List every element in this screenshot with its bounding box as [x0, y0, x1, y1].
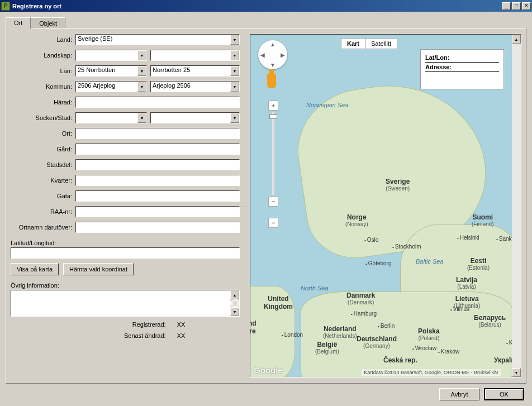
window-buttons: _ □ ✕ [502, 2, 531, 10]
gata-input[interactable] [75, 190, 240, 202]
registrerad-value: XX [177, 321, 186, 328]
pan-up-icon[interactable]: ▲ [270, 41, 276, 47]
map-type-satellitt[interactable]: Satellitt [365, 39, 397, 49]
latlon-label: Latitud/Longitud: [11, 240, 240, 246]
city-goteborg: Göteborg [365, 260, 392, 266]
kvarter-input[interactable] [75, 175, 240, 186]
pan-control[interactable]: ▲ ▼ ◀ ▶ [258, 40, 287, 69]
label-norge: Norge(Norway) [345, 213, 368, 227]
senast-label: Senast ändrad: [65, 332, 177, 339]
maximize-button[interactable]: □ [512, 2, 521, 10]
show-on-map-button[interactable]: Visa på karta [11, 263, 59, 275]
socken-label: Socken/Stad: [11, 114, 75, 121]
zoom-in-button[interactable]: + [268, 101, 278, 111]
tab-panel: Land: Sverige (SE) ▼ Landskap: ▼ ▼ Län: [6, 28, 526, 384]
raa-input[interactable] [75, 206, 240, 217]
kommun-select-b[interactable]: Arjeplog 2506▼ [150, 81, 240, 92]
zoom-control: + − − [268, 101, 278, 228]
city-oslo: Oslo [364, 237, 378, 243]
chevron-down-icon[interactable]: ▼ [230, 50, 239, 60]
scroll-track[interactable] [230, 299, 239, 307]
scroll-down-icon[interactable]: ▼ [512, 368, 521, 377]
kommun-label: Kommun: [11, 83, 75, 90]
lan-select-b[interactable]: Norrbotten 25▼ [150, 65, 240, 77]
gata-label: Gata: [11, 193, 75, 199]
socken-select-a[interactable]: ▼ [75, 112, 147, 123]
label-uk: UnitedKingdom [264, 295, 293, 311]
minimize-button[interactable]: _ [502, 2, 511, 10]
scroll-track[interactable] [512, 44, 521, 368]
socken-select-b[interactable]: ▼ [150, 112, 240, 123]
city-berlin: Berlin [378, 323, 395, 329]
landskap-label: Landskap: [11, 52, 75, 59]
scroll-up-icon[interactable]: ▲ [512, 35, 521, 44]
chevron-down-icon[interactable]: ▼ [137, 50, 146, 60]
chevron-down-icon[interactable]: ▼ [137, 82, 146, 92]
landskap-select-a[interactable]: ▼ [75, 50, 147, 61]
chevron-down-icon[interactable]: ▼ [230, 66, 239, 76]
ortnamn-label: Ortnamn därutöver: [11, 224, 75, 231]
ovrig-textarea[interactable]: ▲ ▼ [11, 290, 240, 317]
map-scrollbar[interactable]: ▲ ▼ [512, 35, 521, 377]
scroll-down-icon[interactable]: ▼ [230, 307, 239, 316]
city-sankt: Sankt. [496, 236, 512, 242]
label-belgie: België(Belgium) [315, 341, 339, 355]
kvarter-label: Kvarter: [11, 177, 75, 184]
kommun-select-a[interactable]: 2506 Arjeplog▼ [75, 81, 147, 92]
zoom-out-button[interactable]: − [268, 218, 278, 228]
tab-objekt[interactable]: Objekt [31, 17, 65, 28]
city-hamburg: Hamburg [351, 311, 377, 317]
map-attribution: Kartdata ©2013 Basarsoft, Google, ORION-… [362, 369, 501, 376]
close-button[interactable]: ✕ [522, 2, 531, 10]
ortnamn-input[interactable] [75, 222, 240, 233]
ok-button[interactable]: OK [484, 388, 524, 400]
map-canvas[interactable]: Kart Satellitt Lat/Lon: Adresse: ▲ ▼ ◀ ▶… [250, 35, 512, 377]
gard-input[interactable] [75, 144, 240, 155]
tab-ort[interactable]: Ort [6, 17, 31, 29]
label-ukraina: Україна [494, 356, 512, 364]
fetch-coord-button[interactable]: Hämta vald koordinat [63, 263, 134, 275]
label-danmark: Danmark(Denmark) [346, 292, 375, 305]
chevron-down-icon[interactable]: ▼ [137, 113, 146, 123]
zoom-slider-thumb[interactable] [269, 114, 277, 119]
scroll-up-icon[interactable]: ▲ [230, 290, 239, 299]
chevron-down-icon[interactable]: ▼ [230, 113, 239, 123]
city-vilnius: Vilnius [450, 306, 469, 312]
landskap-select-b[interactable]: ▼ [150, 50, 240, 61]
zoom-slider-track[interactable] [272, 112, 275, 195]
map-type-kart[interactable]: Kart [341, 39, 365, 49]
stadsdel-input[interactable] [75, 159, 240, 170]
label-belarus: Беларусь(Belarus) [474, 314, 506, 328]
lan-label: Län: [11, 68, 75, 74]
registrerad-label: Registrerad: [65, 321, 177, 328]
map-info-box: Lat/Lon: Adresse: [420, 49, 504, 89]
chevron-down-icon[interactable]: ▼ [230, 82, 239, 92]
info-adresse-label: Adresse: [425, 63, 499, 72]
pan-down-icon[interactable]: ▼ [270, 62, 276, 68]
dialog-buttons: Avbryt OK [6, 384, 526, 400]
gard-label: Gård: [11, 146, 75, 152]
ort-input[interactable] [75, 128, 240, 139]
map-type-switch: Kart Satellitt [341, 38, 397, 49]
chevron-down-icon[interactable]: ▼ [137, 66, 146, 76]
pan-left-icon[interactable]: ◀ [260, 52, 265, 58]
pan-right-icon[interactable]: ▶ [281, 52, 285, 58]
pegman-icon[interactable] [267, 74, 276, 88]
cancel-button[interactable]: Avbryt [439, 388, 479, 400]
label-nederland: Nederland(Netherlands) [323, 325, 357, 339]
label-sverige: Sverige(Sweden) [386, 178, 410, 192]
label-latvija: Latvija(Latvia) [456, 276, 477, 290]
harad-label: Härad: [11, 99, 75, 106]
harad-input[interactable] [75, 97, 240, 108]
scrollbar[interactable]: ▲ ▼ [230, 290, 239, 316]
window-title: Registrera ny ort [12, 3, 502, 9]
label-eire: landÉire [250, 319, 256, 335]
chevron-down-icon[interactable]: ▼ [230, 35, 239, 45]
zoom-level-button[interactable]: − [268, 197, 278, 207]
info-latlon-label: Lat/Lon: [425, 53, 499, 63]
latlon-input[interactable] [11, 247, 240, 259]
lan-select-a[interactable]: 25 Norrbotten▼ [75, 65, 147, 77]
splitter-handle[interactable]: ⋮ [243, 34, 246, 378]
land-select[interactable]: Sverige (SE) ▼ [75, 34, 240, 45]
titlebar: P Registrera ny ort _ □ ✕ [0, 0, 532, 12]
